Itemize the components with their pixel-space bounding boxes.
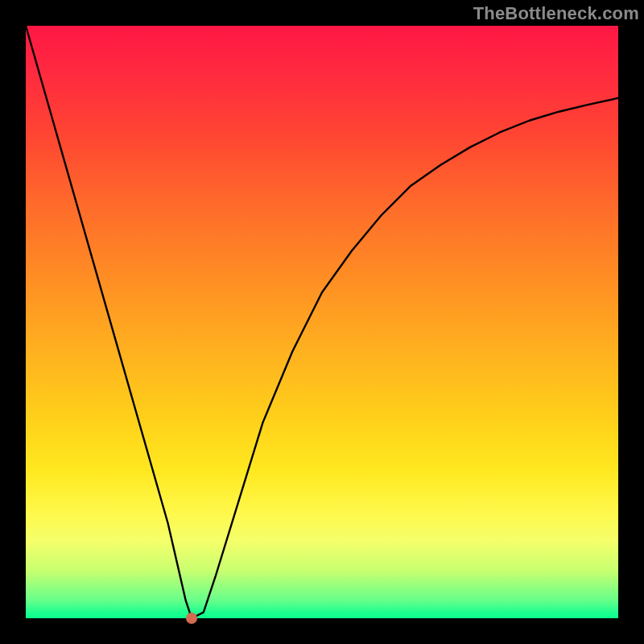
chart-plot-area xyxy=(26,26,618,618)
chart-frame: TheBottleneck.com xyxy=(0,0,644,644)
optimal-point-marker xyxy=(186,613,197,624)
watermark-text: TheBottleneck.com xyxy=(473,3,639,24)
bottleneck-curve xyxy=(26,26,618,618)
